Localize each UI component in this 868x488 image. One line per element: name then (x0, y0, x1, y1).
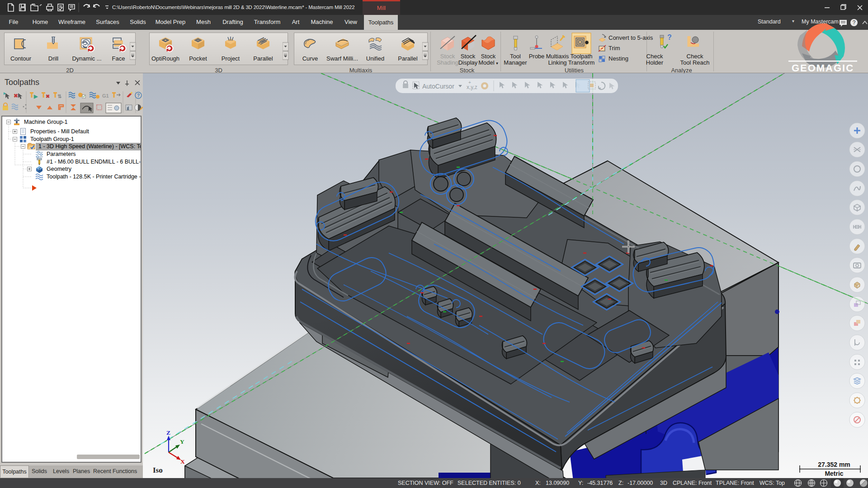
svg-text:Z: Z (166, 429, 170, 436)
svg-text:?: ? (137, 93, 140, 98)
svg-text:Properties - Mill Default: Properties - Mill Default (30, 128, 89, 135)
svg-text:X: X (180, 458, 185, 465)
svg-text:⇅: ⇅ (57, 94, 62, 99)
svg-text:Iso: Iso (153, 466, 163, 474)
svg-text:Machine Group-1: Machine Group-1 (24, 119, 68, 125)
svg-text:1 - 3D High Speed (Waterline): 1 - 3D High Speed (Waterline) - [WCS: To… (38, 143, 141, 150)
svg-text:G1: G1 (102, 93, 109, 99)
svg-text:x,y,z: x,y,z (467, 84, 477, 90)
svg-text:AutoCursor: AutoCursor (422, 83, 454, 90)
svg-text:+: + (468, 80, 471, 85)
svg-text:✖: ✖ (46, 94, 50, 99)
svg-text:Y: Y (180, 438, 184, 445)
svg-text:?: ? (667, 33, 672, 41)
svg-text:Parameters: Parameters (47, 151, 76, 157)
svg-text:▶: ▶ (33, 94, 38, 99)
svg-text:Geometry: Geometry (47, 166, 72, 172)
svg-text:27.352 mm: 27.352 mm (818, 461, 850, 468)
svg-text:Toolpath - 128.5K - Printer Ca: Toolpath - 128.5K - Printer Cartridge - … (47, 174, 141, 180)
svg-text:#1 - M6.00 BULL ENDMILL - 6 BU: #1 - M6.00 BULL ENDMILL - 6 BULL-NOSED (47, 159, 141, 165)
svg-text:✖: ✖ (14, 93, 18, 99)
svg-text:Metric: Metric (825, 470, 843, 477)
svg-text:GEOMAGIC: GEOMAGIC (792, 62, 854, 74)
svg-text:Toolpath Group-1: Toolpath Group-1 (30, 136, 74, 142)
